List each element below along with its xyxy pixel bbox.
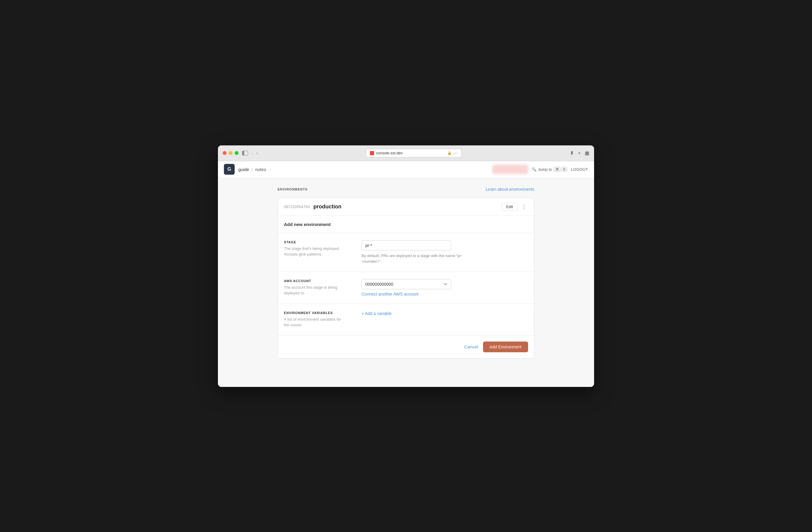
breadcrumb-separator: / xyxy=(252,167,253,172)
aws-label-col: AWS ACCOUNT The account this stage is be… xyxy=(284,279,350,297)
aws-desc-line2: deployed to. xyxy=(284,291,305,295)
stage-desc-line2: Accepts glob patterns. xyxy=(284,252,322,257)
share-button[interactable]: ⬆ xyxy=(570,150,574,156)
url-input-field[interactable]: console.sst.dev 🔒 ⋯ xyxy=(366,149,462,157)
section-title: ENVIRONMENTS xyxy=(278,187,308,191)
environment-row: 087220554750 production Edit ⋮ xyxy=(278,198,534,216)
minimize-button[interactable] xyxy=(229,151,233,155)
stage-label-col: STAGE The stage that's being deployed. A… xyxy=(284,240,350,264)
form-actions: Cancel Add Environment xyxy=(278,335,534,358)
stage-hint: By default, PRs are deployed to a stage … xyxy=(362,253,463,264)
browser-controls: ⌄ xyxy=(242,151,253,156)
env-vars-form-row: ENVIRONMENT VARIABLES A list of environm… xyxy=(278,304,534,335)
sidebar-chevron-icon[interactable]: ⌄ xyxy=(250,152,253,155)
stage-field-desc: The stage that's being deployed. Accepts… xyxy=(284,246,350,257)
more-icon[interactable]: ⋯ xyxy=(453,151,458,156)
close-button[interactable] xyxy=(223,151,227,155)
traffic-lights xyxy=(223,151,238,155)
k-key: K xyxy=(562,167,567,172)
env-vars-label-col: ENVIRONMENT VARIABLES A list of environm… xyxy=(284,311,350,328)
search-icon: 🔍 xyxy=(532,167,536,172)
aws-account-select[interactable]: 000000000000 xyxy=(362,279,451,289)
env-row-actions: Edit ⋮ xyxy=(502,203,528,211)
env-vars-field-col: + Add a variable xyxy=(362,311,528,328)
aws-field-label: AWS ACCOUNT xyxy=(284,279,350,283)
keyboard-shortcut: ⌘ K xyxy=(554,167,567,172)
breadcrumb: guide / notes ⌄ xyxy=(238,167,271,172)
stage-input[interactable] xyxy=(362,240,451,250)
sidebar-toggle[interactable] xyxy=(242,151,248,156)
maximize-button[interactable] xyxy=(235,151,238,155)
stage-field-label: STAGE xyxy=(284,240,350,244)
aws-field-desc: The account this stage is being deployed… xyxy=(284,285,350,296)
aws-desc-line1: The account this stage is being xyxy=(284,285,337,290)
env-vars-field-label: ENVIRONMENT VARIABLES xyxy=(284,311,350,315)
add-environment-button[interactable]: Add Environment xyxy=(483,342,528,352)
connect-aws-link[interactable]: Connect another AWS account xyxy=(362,292,528,297)
aws-account-form-row: AWS ACCOUNT The account this stage is be… xyxy=(278,272,534,304)
add-env-title: Add new environment xyxy=(284,222,528,233)
stage-form-row: STAGE The stage that's being deployed. A… xyxy=(278,233,534,272)
url-text: console.sst.dev xyxy=(376,151,446,155)
browser-titlebar: ⌄ ‹ console.sst.dev 🔒 ⋯ ⬆ + ▦ xyxy=(218,145,594,161)
main-content: ENVIRONMENTS Learn about environments 08… xyxy=(218,178,594,387)
breadcrumb-guide[interactable]: guide xyxy=(238,167,249,172)
env-account-id: 087220554750 xyxy=(284,204,310,209)
env-vars-field-desc: A list of environment variables for the … xyxy=(284,316,350,328)
app-header: G guide / notes ⌄ 🔍 Jump to ⌘ K LOGOUT xyxy=(218,161,594,178)
more-options-button[interactable]: ⋮ xyxy=(520,203,528,210)
browser-window: ⌄ ‹ console.sst.dev 🔒 ⋯ ⬆ + ▦ G guide / … xyxy=(218,145,594,387)
cmd-key: ⌘ xyxy=(554,167,561,172)
favicon-icon xyxy=(370,151,374,155)
aws-field-col: 000000000000 Connect another AWS account xyxy=(362,279,528,297)
learn-environments-link[interactable]: Learn about environments xyxy=(486,187,534,192)
jump-to-control[interactable]: 🔍 Jump to ⌘ K xyxy=(532,167,567,172)
browser-actions: ⬆ + ▦ xyxy=(570,150,589,156)
duplicate-button[interactable]: ▦ xyxy=(585,150,589,156)
env-vars-desc-line2: the runner. xyxy=(284,323,302,327)
breadcrumb-notes[interactable]: notes xyxy=(255,167,266,172)
add-variable-link[interactable]: + Add a variable xyxy=(362,311,528,316)
logout-button[interactable]: LOGOUT xyxy=(571,167,588,172)
url-bar: console.sst.dev 🔒 ⋯ xyxy=(261,149,566,157)
stage-field-col: By default, PRs are deployed to a stage … xyxy=(362,240,528,264)
edit-environment-button[interactable]: Edit xyxy=(502,203,517,211)
stage-desc-line1: The stage that's being deployed. xyxy=(284,246,340,251)
env-vars-desc-line1: A list of environment variables for xyxy=(284,317,341,321)
section-header: ENVIRONMENTS Learn about environments xyxy=(278,187,534,192)
env-name: production xyxy=(314,204,342,210)
back-button[interactable]: ‹ xyxy=(257,150,258,156)
add-env-section: Add new environment xyxy=(278,216,534,233)
new-tab-button[interactable]: + xyxy=(578,150,581,156)
jump-to-label: Jump to xyxy=(538,167,552,172)
blurred-user-info xyxy=(492,164,528,174)
app-logo[interactable]: G xyxy=(224,164,235,175)
cancel-button[interactable]: Cancel xyxy=(464,344,478,349)
lock-icon: 🔒 xyxy=(448,151,452,155)
environments-card: 087220554750 production Edit ⋮ Add new e… xyxy=(278,198,534,359)
breadcrumb-expand-icon[interactable]: ⌄ xyxy=(269,168,271,171)
